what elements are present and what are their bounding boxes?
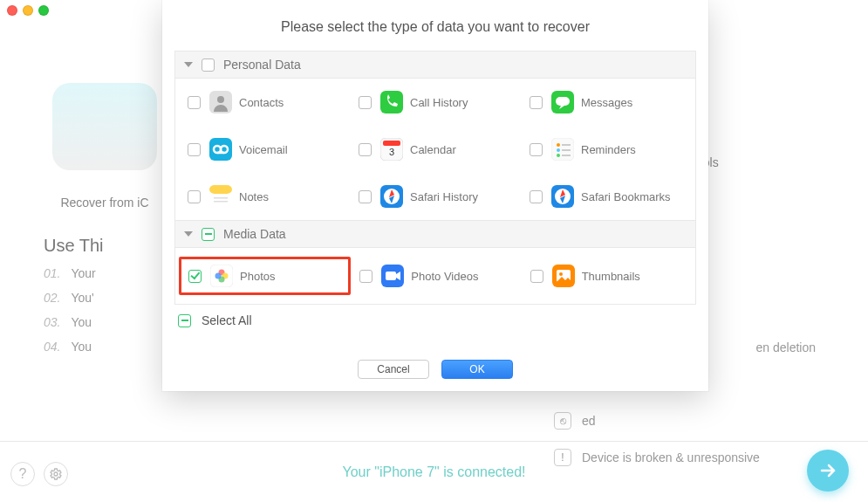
safaribookmarks-label: Safari Bookmarks	[581, 190, 671, 203]
safaribookmarks-icon	[551, 185, 574, 208]
safarihistory-icon	[380, 185, 403, 208]
callhistory-checkbox[interactable]	[359, 96, 372, 109]
reminders-checkbox[interactable]	[530, 143, 543, 156]
callhistory-icon	[380, 91, 403, 113]
messages-icon	[551, 91, 574, 113]
thumbnails-icon	[552, 265, 575, 287]
svg-rect-5	[556, 97, 570, 106]
svg-point-15	[557, 148, 560, 152]
data-type-notes[interactable]: Notes	[179, 182, 350, 211]
photovideos-icon	[381, 265, 404, 287]
data-type-safarihistory[interactable]: Safari History	[350, 182, 521, 211]
voicemail-label: Voicemail	[239, 143, 288, 156]
svg-rect-20	[209, 185, 232, 194]
svg-rect-18	[562, 155, 571, 156]
safarihistory-label: Safari History	[410, 190, 478, 203]
data-type-calendar[interactable]: 3Calendar	[350, 134, 521, 164]
contacts-checkbox[interactable]	[188, 96, 201, 109]
photovideos-checkbox[interactable]	[359, 270, 372, 283]
category-label: Media Data	[223, 227, 286, 241]
svg-text:3: 3	[389, 147, 394, 157]
recover-icloud-label: Recover from iC	[44, 196, 166, 210]
select-all-label: Select All	[202, 313, 252, 327]
svg-point-31	[215, 273, 222, 279]
window-minimize-button[interactable]	[23, 5, 33, 16]
photos-icon	[210, 265, 233, 287]
select-all-row[interactable]: Select All	[178, 313, 252, 327]
notes-checkbox[interactable]	[188, 190, 201, 203]
svg-point-17	[557, 154, 560, 157]
contacts-icon	[209, 91, 232, 113]
next-button[interactable]	[807, 450, 849, 492]
modal-title: Please select the type of data you want …	[162, 19, 708, 35]
svg-point-13	[557, 143, 560, 147]
category-header-personal-data[interactable]: Personal Data	[175, 52, 695, 79]
select-data-type-modal: Please select the type of data you want …	[162, 0, 708, 391]
notes-label: Notes	[239, 190, 269, 203]
contacts-label: Contacts	[239, 96, 284, 109]
data-type-reminders[interactable]: Reminders	[521, 134, 692, 164]
voicemail-icon	[209, 138, 232, 161]
svg-rect-21	[214, 197, 228, 199]
status-locked-icon: ⎋	[554, 412, 571, 430]
messages-checkbox[interactable]	[530, 96, 543, 109]
collapse-icon	[184, 62, 193, 67]
category-checkbox[interactable]	[202, 58, 215, 72]
messages-label: Messages	[581, 96, 632, 109]
settings-button[interactable]	[44, 462, 68, 486]
data-type-thumbnails[interactable]: Thumbnails	[522, 257, 692, 295]
data-type-voicemail[interactable]: Voicemail	[179, 134, 350, 164]
collapse-icon	[184, 231, 193, 237]
category-header-media-data[interactable]: Media Data	[175, 220, 695, 248]
svg-rect-3	[380, 91, 403, 113]
window-maximize-button[interactable]	[38, 5, 49, 16]
safaribookmarks-checkbox[interactable]	[530, 190, 543, 203]
data-type-photovideos[interactable]: Photo Videos	[351, 257, 521, 295]
svg-rect-10	[383, 141, 400, 146]
photos-label: Photos	[240, 270, 275, 283]
photos-checkbox[interactable]	[188, 270, 202, 283]
thumbnails-label: Thumbnails	[582, 270, 640, 283]
svg-rect-27	[210, 265, 233, 287]
ok-button[interactable]: OK	[441, 360, 513, 379]
category-checkbox[interactable]	[202, 228, 215, 241]
calendar-checkbox[interactable]	[359, 143, 372, 156]
photovideos-label: Photo Videos	[411, 270, 478, 283]
data-type-messages[interactable]: Messages	[521, 87, 692, 117]
category-label: Personal Data	[223, 58, 301, 72]
notes-icon	[209, 185, 232, 208]
data-type-safaribookmarks[interactable]: Safari Bookmarks	[521, 182, 692, 211]
reminders-label: Reminders	[581, 143, 636, 156]
data-type-photos[interactable]: Photos	[179, 257, 351, 295]
thumbnails-checkbox[interactable]	[530, 270, 543, 283]
reminders-icon	[551, 138, 574, 161]
recover-icloud-card	[52, 83, 157, 170]
connection-status: Your "iPhone 7" is connected!	[342, 464, 525, 480]
svg-rect-33	[386, 272, 396, 280]
data-type-callhistory[interactable]: Call History	[350, 87, 521, 117]
data-type-contacts[interactable]: Contacts	[179, 87, 350, 117]
svg-rect-14	[562, 144, 571, 146]
callhistory-label: Call History	[410, 96, 468, 109]
select-all-checkbox[interactable]	[178, 314, 191, 327]
calendar-label: Calendar	[410, 143, 456, 156]
bottom-bar: ? Your "iPhone 7" is connected!	[0, 441, 868, 502]
svg-point-37	[54, 472, 58, 476]
svg-point-2	[217, 96, 224, 103]
window-close-button[interactable]	[7, 5, 17, 16]
calendar-icon: 3	[380, 138, 403, 161]
cancel-button[interactable]: Cancel	[358, 360, 429, 379]
svg-point-36	[559, 272, 563, 276]
help-button[interactable]: ?	[10, 462, 35, 486]
svg-rect-22	[214, 201, 228, 203]
safarihistory-checkbox[interactable]	[359, 190, 372, 203]
voicemail-checkbox[interactable]	[188, 143, 201, 156]
svg-rect-16	[562, 149, 571, 151]
